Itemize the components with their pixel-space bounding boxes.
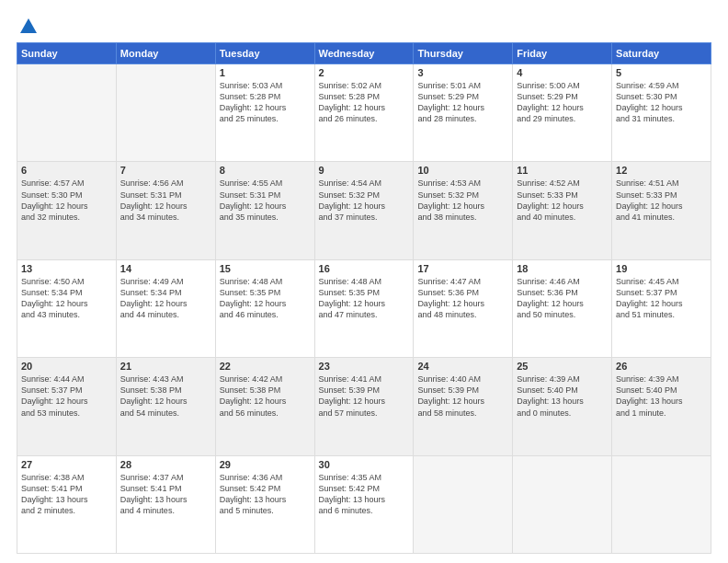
page: Sunday Monday Tuesday Wednesday Thursday… [0, 0, 728, 563]
calendar-day-cell: 13Sunrise: 4:50 AM Sunset: 5:34 PM Dayli… [17, 259, 117, 357]
day-info: Sunrise: 5:02 AM Sunset: 5:28 PM Dayligh… [319, 80, 410, 125]
calendar-day-cell [513, 455, 612, 553]
day-number: 16 [319, 263, 410, 274]
day-number: 5 [616, 67, 707, 78]
calendar-day-cell: 22Sunrise: 4:42 AM Sunset: 5:38 PM Dayli… [215, 358, 314, 455]
header-thursday: Thursday [414, 43, 513, 64]
day-number: 29 [220, 459, 311, 470]
svg-marker-0 [20, 18, 37, 33]
calendar-day-cell: 8Sunrise: 4:55 AM Sunset: 5:31 PM Daylig… [215, 162, 314, 259]
calendar-day-cell: 30Sunrise: 4:35 AM Sunset: 5:42 PM Dayli… [314, 455, 414, 553]
calendar-day-cell: 17Sunrise: 4:47 AM Sunset: 5:36 PM Dayli… [414, 259, 513, 357]
day-info: Sunrise: 4:50 AM Sunset: 5:34 PM Dayligh… [21, 276, 112, 321]
day-number: 28 [120, 459, 211, 470]
day-info: Sunrise: 4:48 AM Sunset: 5:35 PM Dayligh… [220, 276, 311, 321]
day-info: Sunrise: 4:40 AM Sunset: 5:39 PM Dayligh… [417, 373, 508, 419]
weekday-header-row: Sunday Monday Tuesday Wednesday Thursday… [17, 43, 711, 64]
calendar-day-cell: 21Sunrise: 4:43 AM Sunset: 5:38 PM Dayli… [116, 358, 215, 455]
calendar-week-row: 13Sunrise: 4:50 AM Sunset: 5:34 PM Dayli… [17, 259, 711, 357]
calendar-day-cell: 28Sunrise: 4:37 AM Sunset: 5:41 PM Dayli… [116, 455, 215, 553]
day-info: Sunrise: 4:48 AM Sunset: 5:35 PM Dayligh… [319, 276, 410, 321]
calendar-day-cell: 12Sunrise: 4:51 AM Sunset: 5:33 PM Dayli… [612, 162, 711, 259]
day-info: Sunrise: 4:52 AM Sunset: 5:33 PM Dayligh… [517, 178, 608, 223]
day-info: Sunrise: 4:36 AM Sunset: 5:42 PM Dayligh… [220, 472, 311, 517]
day-number: 2 [319, 67, 410, 78]
day-number: 3 [417, 67, 508, 78]
day-info: Sunrise: 4:42 AM Sunset: 5:38 PM Dayligh… [220, 373, 311, 419]
day-number: 9 [319, 165, 410, 176]
day-number: 26 [616, 361, 707, 372]
calendar-week-row: 20Sunrise: 4:44 AM Sunset: 5:37 PM Dayli… [17, 358, 711, 455]
day-info: Sunrise: 4:41 AM Sunset: 5:39 PM Dayligh… [319, 373, 410, 419]
calendar-day-cell [17, 64, 117, 162]
calendar-day-cell: 10Sunrise: 4:53 AM Sunset: 5:32 PM Dayli… [414, 162, 513, 259]
day-number: 14 [120, 263, 211, 274]
calendar-day-cell: 18Sunrise: 4:46 AM Sunset: 5:36 PM Dayli… [513, 259, 612, 357]
header-saturday: Saturday [612, 43, 711, 64]
calendar-week-row: 1Sunrise: 5:03 AM Sunset: 5:28 PM Daylig… [17, 64, 711, 162]
day-info: Sunrise: 4:37 AM Sunset: 5:41 PM Dayligh… [120, 472, 211, 517]
day-number: 25 [517, 361, 608, 372]
day-info: Sunrise: 4:55 AM Sunset: 5:31 PM Dayligh… [220, 178, 311, 223]
calendar-day-cell [414, 455, 513, 553]
calendar-day-cell [116, 64, 215, 162]
day-info: Sunrise: 4:56 AM Sunset: 5:31 PM Dayligh… [120, 178, 211, 223]
day-number: 19 [616, 263, 707, 274]
day-number: 24 [417, 361, 508, 372]
day-number: 15 [220, 263, 311, 274]
calendar-day-cell: 25Sunrise: 4:39 AM Sunset: 5:40 PM Dayli… [513, 358, 612, 455]
day-number: 6 [21, 165, 112, 176]
day-info: Sunrise: 4:44 AM Sunset: 5:37 PM Dayligh… [21, 373, 112, 419]
calendar-day-cell: 14Sunrise: 4:49 AM Sunset: 5:34 PM Dayli… [116, 259, 215, 357]
day-info: Sunrise: 5:00 AM Sunset: 5:29 PM Dayligh… [517, 80, 608, 125]
calendar-day-cell: 27Sunrise: 4:38 AM Sunset: 5:41 PM Dayli… [17, 455, 117, 553]
day-info: Sunrise: 4:51 AM Sunset: 5:33 PM Dayligh… [616, 178, 707, 223]
logo [17, 17, 39, 33]
day-info: Sunrise: 4:53 AM Sunset: 5:32 PM Dayligh… [417, 178, 508, 223]
day-number: 8 [220, 165, 311, 176]
day-number: 27 [21, 459, 112, 470]
calendar-day-cell: 3Sunrise: 5:01 AM Sunset: 5:29 PM Daylig… [414, 64, 513, 162]
day-info: Sunrise: 4:47 AM Sunset: 5:36 PM Dayligh… [417, 276, 508, 321]
calendar-day-cell: 1Sunrise: 5:03 AM Sunset: 5:28 PM Daylig… [215, 64, 314, 162]
day-info: Sunrise: 4:54 AM Sunset: 5:32 PM Dayligh… [319, 178, 410, 223]
calendar-day-cell: 11Sunrise: 4:52 AM Sunset: 5:33 PM Dayli… [513, 162, 612, 259]
calendar-day-cell: 26Sunrise: 4:39 AM Sunset: 5:40 PM Dayli… [612, 358, 711, 455]
day-info: Sunrise: 4:49 AM Sunset: 5:34 PM Dayligh… [120, 276, 211, 321]
day-number: 17 [417, 263, 508, 274]
day-info: Sunrise: 4:59 AM Sunset: 5:30 PM Dayligh… [616, 80, 707, 125]
calendar-day-cell: 4Sunrise: 5:00 AM Sunset: 5:29 PM Daylig… [513, 64, 612, 162]
calendar-day-cell: 2Sunrise: 5:02 AM Sunset: 5:28 PM Daylig… [314, 64, 414, 162]
calendar-day-cell: 16Sunrise: 4:48 AM Sunset: 5:35 PM Dayli… [314, 259, 414, 357]
calendar-day-cell: 9Sunrise: 4:54 AM Sunset: 5:32 PM Daylig… [314, 162, 414, 259]
calendar-day-cell: 20Sunrise: 4:44 AM Sunset: 5:37 PM Dayli… [17, 358, 117, 455]
header-tuesday: Tuesday [215, 43, 314, 64]
calendar-day-cell: 5Sunrise: 4:59 AM Sunset: 5:30 PM Daylig… [612, 64, 711, 162]
header-friday: Friday [513, 43, 612, 64]
day-number: 21 [120, 361, 211, 372]
day-number: 13 [21, 263, 112, 274]
calendar-day-cell [612, 455, 711, 553]
day-info: Sunrise: 5:01 AM Sunset: 5:29 PM Dayligh… [417, 80, 508, 125]
day-number: 11 [517, 165, 608, 176]
day-info: Sunrise: 4:45 AM Sunset: 5:37 PM Dayligh… [616, 276, 707, 321]
day-info: Sunrise: 4:46 AM Sunset: 5:36 PM Dayligh… [517, 276, 608, 321]
day-number: 30 [319, 459, 410, 470]
day-number: 12 [616, 165, 707, 176]
calendar-day-cell: 15Sunrise: 4:48 AM Sunset: 5:35 PM Dayli… [215, 259, 314, 357]
header-sunday: Sunday [17, 43, 117, 64]
day-info: Sunrise: 4:38 AM Sunset: 5:41 PM Dayligh… [21, 472, 112, 517]
day-number: 18 [517, 263, 608, 274]
day-info: Sunrise: 4:39 AM Sunset: 5:40 PM Dayligh… [616, 373, 707, 419]
day-info: Sunrise: 5:03 AM Sunset: 5:28 PM Dayligh… [220, 80, 311, 125]
day-info: Sunrise: 4:57 AM Sunset: 5:30 PM Dayligh… [21, 178, 112, 223]
day-number: 4 [517, 67, 608, 78]
header-wednesday: Wednesday [314, 43, 414, 64]
header-monday: Monday [116, 43, 215, 64]
calendar-week-row: 6Sunrise: 4:57 AM Sunset: 5:30 PM Daylig… [17, 162, 711, 259]
header [17, 17, 711, 33]
calendar-day-cell: 6Sunrise: 4:57 AM Sunset: 5:30 PM Daylig… [17, 162, 117, 259]
day-number: 23 [319, 361, 410, 372]
day-number: 22 [220, 361, 311, 372]
calendar-table: Sunday Monday Tuesday Wednesday Thursday… [17, 42, 711, 554]
